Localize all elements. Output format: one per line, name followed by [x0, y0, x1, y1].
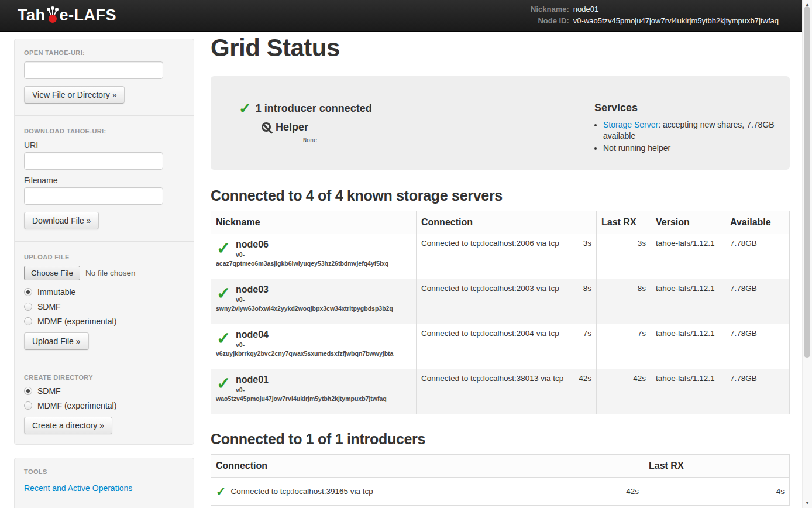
node-id-label: Node ID: [531, 16, 569, 26]
server-nickname: node01 [236, 374, 411, 386]
version-value: tahoe-lafs/1.12.1 [651, 279, 725, 324]
helper-status: Not running helper [603, 143, 670, 153]
last-rx-value: 7s [597, 324, 651, 369]
storage-servers-table: Nickname Connection Last RX Version Avai… [211, 211, 790, 414]
file-chosen-status: No file chosen [85, 269, 136, 277]
table-header-row: Nickname Connection Last RX Version Avai… [211, 211, 790, 234]
upload-format-radio-mdmf[interactable]: MDMF (experimental) [24, 317, 184, 326]
main-content: Grid Status ✓ 1 introducer connected Hel… [211, 30, 790, 506]
top-navbar: Tah e-LAFS Nickname: node01 Node ID: v0-… [0, 0, 802, 32]
vertical-scrollbar[interactable]: ▲ ▼ [802, 0, 812, 508]
nickname-value: node01 [573, 4, 779, 14]
col-last-rx: Last RX [644, 455, 790, 478]
scroll-down-arrow-icon[interactable]: ▼ [803, 500, 812, 506]
col-connection: Connection [211, 455, 644, 478]
upload-format-radio-sdmf[interactable]: SDMF [24, 302, 184, 311]
tahoe-node-icon [46, 6, 59, 23]
radio-label: MDMF (experimental) [37, 317, 116, 326]
connected-check-icon: ✓ [216, 330, 230, 347]
sidebar-forms-panel: OPEN TAHOE-URI: View File or Directory »… [14, 39, 194, 445]
server-nickname: node03 [236, 284, 411, 296]
tools-label: TOOLS [24, 468, 184, 475]
open-tahoe-uri-input[interactable] [24, 61, 163, 79]
server-id-hash: v6zuyjkbrrkqy2bvc2cny7qwax5sxumedsxfzfjw… [216, 349, 411, 358]
page-title: Grid Status [211, 34, 790, 62]
table-header-row: Connection Last RX [211, 455, 790, 478]
helper-value: None [303, 137, 594, 143]
download-filename-input[interactable] [24, 187, 163, 205]
nickname-label: Nickname: [531, 4, 569, 14]
available-value: 7.78GB [725, 279, 790, 324]
last-rx-value: 42s [597, 369, 651, 414]
connection-age: 7s [583, 329, 591, 338]
create-directory-label: CREATE DIRECTORY [24, 374, 184, 381]
table-row: ✓ node04 v0- v6zuyjkbrrkqy2bvc2cny7qwax5… [211, 324, 790, 369]
server-id-prefix: v0- [236, 341, 411, 349]
tools-panel: TOOLS Recent and Active Operations [14, 458, 194, 508]
radio-icon[interactable] [24, 401, 32, 410]
connection-age: 3s [583, 239, 591, 248]
server-id-prefix: v0- [236, 296, 411, 304]
view-file-or-directory-button[interactable]: View File or Directory » [24, 86, 125, 104]
upload-format-radio-immutable[interactable]: Immutable [24, 287, 184, 297]
available-value: 7.78GB [725, 369, 790, 414]
radio-icon[interactable] [24, 303, 32, 311]
table-row: ✓ Connected to tcp:localhost:39165 via t… [211, 478, 790, 506]
introducers-table: Connection Last RX ✓ Connected to tcp:lo… [211, 454, 790, 506]
create-directory-button[interactable]: Create a directory » [24, 417, 112, 434]
dir-format-radio-mdmf[interactable]: MDMF (experimental) [24, 401, 184, 410]
radio-icon[interactable] [24, 387, 32, 395]
dir-format-radio-sdmf[interactable]: SDMF [24, 386, 184, 396]
connection-text: Connected to tcp:localhost:39165 via tcp [231, 487, 373, 496]
download-file-button[interactable]: Download File » [24, 212, 99, 229]
download-uri-input[interactable] [24, 152, 163, 170]
sidebar-divider [15, 115, 194, 116]
server-id-hash: wao5tzv45pmoju47jow7rvl4ukirjm5ytbh2kjty… [216, 394, 411, 403]
connected-check-icon: ✓ [216, 285, 230, 302]
version-value: tahoe-lafs/1.12.1 [651, 324, 725, 369]
introducer-status-text: 1 introducer connected [256, 102, 372, 115]
radio-icon[interactable] [24, 288, 32, 296]
connection-age: 42s [579, 374, 591, 383]
storage-server-link[interactable]: Storage Server [603, 120, 658, 129]
col-available: Available [725, 211, 790, 234]
server-id-hash: acaz7qptmeo6m3asjlgkb6iwlyuqey53hz26tbdm… [216, 259, 411, 268]
choose-file-button[interactable]: Choose File [24, 266, 80, 280]
available-value: 7.78GB [725, 324, 790, 369]
node-id-value: v0-wao5tzv45pmoju47jow7rvl4ukirjm5ytbh2k… [573, 16, 779, 26]
connection-age: 8s [583, 284, 591, 293]
last-rx-value: 8s [597, 279, 651, 324]
services-title: Services [594, 102, 783, 114]
radio-label: SDMF [37, 302, 61, 311]
service-item-storage: Storage Server: accepting new shares, 7.… [603, 119, 783, 142]
open-tahoe-uri-label: OPEN TAHOE-URI: [24, 49, 184, 56]
server-id-hash: swny2viyw63ofxwi4x2yykd2woqjbpx3cw34xtri… [216, 304, 411, 313]
last-rx-value: 4s [644, 478, 790, 506]
version-value: tahoe-lafs/1.12.1 [651, 369, 725, 414]
col-nickname: Nickname [211, 211, 417, 234]
col-version: Version [651, 211, 725, 234]
connection-age: 42s [626, 487, 639, 496]
uri-field-label: URI [24, 140, 184, 150]
radio-label: MDMF (experimental) [37, 401, 116, 410]
upload-file-button[interactable]: Upload File » [24, 332, 89, 350]
node-meta: Nickname: node01 Node ID: v0-wao5tzv45pm… [531, 4, 779, 26]
radio-icon[interactable] [24, 317, 32, 325]
scrollbar-thumb[interactable] [804, 6, 810, 358]
col-last-rx: Last RX [597, 211, 651, 234]
introducers-heading: Connected to 1 of 1 introducers [211, 431, 790, 448]
sidebar-divider [15, 362, 194, 362]
server-nickname: node04 [236, 329, 411, 341]
connection-text: Connected to tcp:localhost:2003 via tcp [421, 284, 559, 293]
tahoe-lafs-logo[interactable]: Tah e-LAFS [18, 6, 116, 25]
recent-operations-link[interactable]: Recent and Active Operations [24, 483, 132, 493]
version-value: tahoe-lafs/1.12.1 [651, 234, 725, 279]
connected-check-icon: ✓ [216, 240, 230, 257]
services-block: Services Storage Server: accepting new s… [594, 102, 783, 170]
brand-text-prefix: Tah [18, 6, 46, 25]
connection-text: Connected to tcp:localhost:2004 via tcp [421, 329, 559, 338]
table-row: ✓ node03 v0- swny2viyw63ofxwi4x2yykd2woq… [211, 279, 790, 324]
available-value: 7.78GB [725, 234, 790, 279]
helper-title: Helper [276, 121, 308, 133]
service-item-helper: Not running helper [603, 143, 783, 154]
